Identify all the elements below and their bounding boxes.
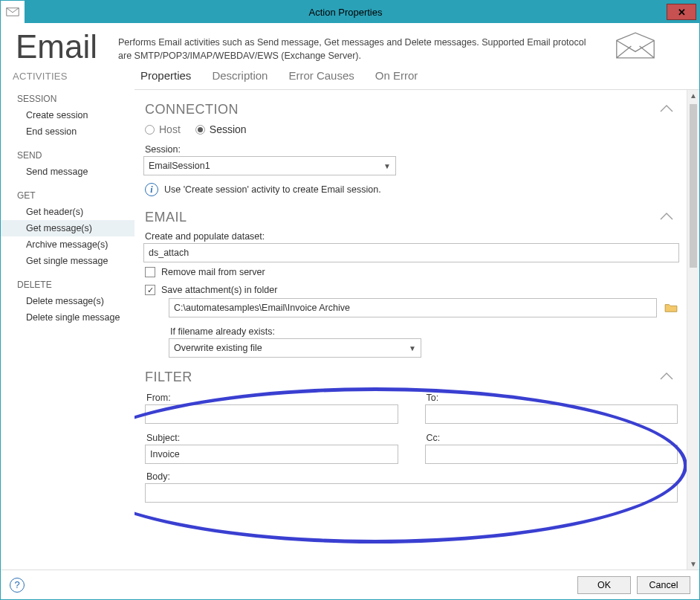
attachments-folder-input[interactable] — [169, 298, 657, 317]
window-title: Action Properties — [25, 7, 667, 18]
sidebar-group-send: SEND — [1, 146, 135, 164]
radio-session[interactable]: Session — [195, 123, 247, 135]
body-label: Body: — [145, 468, 678, 483]
section-email-header[interactable]: EMAIL — [143, 205, 679, 228]
filename-exists-value: Overwrite existing file — [174, 343, 262, 353]
dataset-label: Create and populate dataset: — [143, 228, 679, 243]
scroll-up-arrow[interactable]: ▲ — [690, 90, 697, 101]
sidebar-item-get-headers[interactable]: Get header(s) — [1, 204, 135, 220]
cancel-button[interactable]: Cancel — [637, 576, 690, 594]
tab-description[interactable]: Description — [212, 69, 268, 82]
session-label: Session: — [143, 141, 679, 156]
to-label: To: — [425, 390, 678, 404]
browse-folder-button[interactable] — [663, 300, 679, 316]
envelope-large-icon — [615, 30, 656, 63]
folder-icon — [664, 303, 678, 313]
section-email-label: EMAIL — [145, 210, 187, 225]
close-icon: ✕ — [678, 7, 686, 18]
sidebar-title: ACTIVITIES — [1, 68, 135, 89]
tab-bar: Properties Description Error Causes On E… — [135, 68, 699, 89]
radio-icon — [145, 125, 155, 135]
page-description: Performs Email activities such as Send m… — [118, 30, 594, 62]
scroll-track[interactable] — [687, 101, 699, 558]
titlebar: Action Properties ✕ — [1, 1, 699, 23]
save-attachments-label: Save attachment(s) in folder — [161, 285, 277, 295]
dataset-input[interactable] — [143, 243, 679, 262]
radio-host[interactable]: Host — [145, 123, 181, 135]
from-label: From: — [145, 390, 398, 404]
body-input[interactable] — [145, 483, 678, 503]
sidebar-item-send-message[interactable]: Send message — [1, 164, 135, 180]
sidebar-group-get: GET — [1, 186, 135, 204]
section-filter-header[interactable]: FILTER — [143, 365, 679, 388]
close-button[interactable]: ✕ — [667, 4, 696, 20]
sidebar-group-delete: DELETE — [1, 275, 135, 293]
sidebar-item-archive-messages[interactable]: Archive message(s) — [1, 236, 135, 253]
activities-sidebar: ACTIVITIES SESSION Create session End se… — [1, 68, 135, 570]
envelope-icon — [6, 7, 19, 17]
scroll-thumb[interactable] — [690, 104, 697, 268]
subject-input[interactable] — [145, 445, 398, 464]
sidebar-item-end-session[interactable]: End session — [1, 123, 135, 140]
subject-label: Subject: — [145, 430, 398, 445]
tab-properties[interactable]: Properties — [140, 69, 191, 82]
chevron-up-icon — [658, 211, 675, 225]
header: Email Performs Email activities such as … — [1, 23, 699, 68]
sidebar-item-get-messages[interactable]: Get message(s) — [1, 220, 135, 236]
page-title: Email — [16, 30, 97, 63]
remove-mail-checkbox[interactable] — [145, 267, 155, 277]
remove-mail-label: Remove mail from server — [161, 267, 265, 277]
section-filter-label: FILTER — [145, 370, 192, 385]
sidebar-group-session: SESSION — [1, 89, 135, 107]
from-input[interactable] — [145, 404, 398, 424]
ok-button[interactable]: OK — [577, 576, 631, 594]
info-icon: i — [145, 183, 158, 196]
sidebar-item-create-session[interactable]: Create session — [1, 107, 135, 123]
filename-exists-label: If filename already exists: — [169, 323, 679, 338]
app-icon — [1, 1, 25, 23]
save-attachments-checkbox[interactable] — [145, 285, 155, 295]
session-select[interactable]: EmailSession1 ▼ — [143, 156, 396, 175]
scroll-down-arrow[interactable]: ▼ — [690, 558, 697, 570]
dialog-footer: ? OK Cancel — [1, 570, 699, 599]
sidebar-item-delete-single-message[interactable]: Delete single message — [1, 309, 135, 326]
sidebar-item-delete-messages[interactable]: Delete message(s) — [1, 293, 135, 309]
chevron-up-icon — [658, 371, 675, 384]
filename-exists-select[interactable]: Overwrite existing file ▼ — [169, 338, 421, 358]
cc-label: Cc: — [425, 430, 678, 445]
section-connection-label: CONNECTION — [145, 102, 239, 117]
sidebar-item-get-single-message[interactable]: Get single message — [1, 253, 135, 269]
radio-icon — [195, 125, 205, 135]
help-button[interactable]: ? — [10, 578, 25, 593]
caret-down-icon: ▼ — [383, 162, 391, 170]
tab-on-error[interactable]: On Error — [375, 69, 418, 82]
vertical-scrollbar[interactable]: ▲ ▼ — [687, 90, 699, 570]
to-input[interactable] — [425, 404, 678, 424]
session-hint: Use 'Create session' activity to create … — [164, 184, 381, 195]
properties-panel: CONNECTION Host Session Session: EmailSe… — [135, 90, 687, 570]
cc-input[interactable] — [425, 445, 678, 464]
section-connection-header[interactable]: CONNECTION — [143, 97, 679, 120]
caret-down-icon: ▼ — [409, 344, 416, 352]
session-value: EmailSession1 — [149, 161, 210, 171]
chevron-up-icon — [658, 103, 675, 117]
tab-error-causes[interactable]: Error Causes — [288, 69, 354, 82]
